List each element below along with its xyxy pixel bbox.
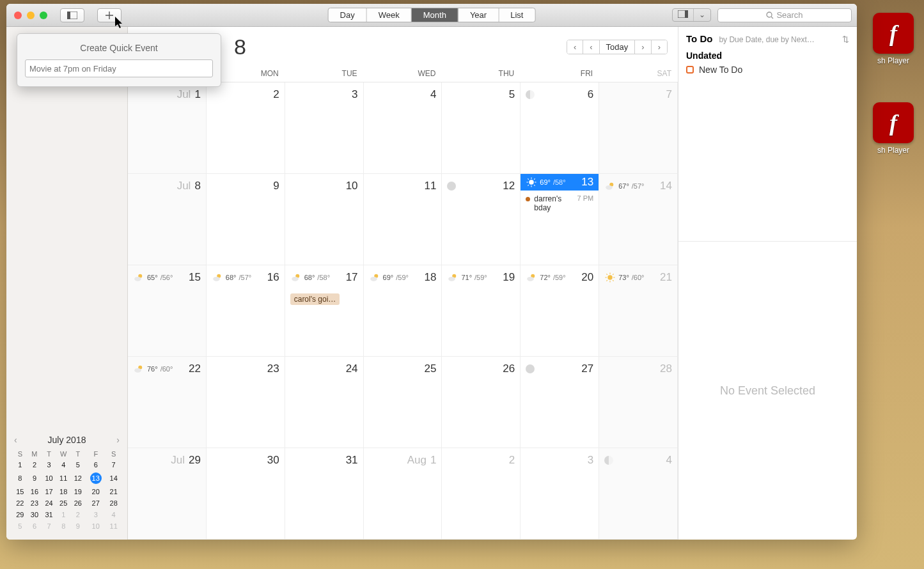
day-cell[interactable]: 3: [521, 448, 599, 540]
mini-day[interactable]: 28: [106, 497, 121, 509]
day-cell[interactable]: 73°/60°21: [599, 265, 678, 357]
sidebar-toggle-button[interactable]: [60, 8, 84, 22]
day-cell[interactable]: Jul1: [128, 82, 207, 174]
mini-day[interactable]: 8: [56, 520, 71, 532]
mini-day[interactable]: 31: [42, 509, 56, 520]
day-cell[interactable]: 4: [364, 82, 442, 174]
minimize-button[interactable]: [27, 12, 35, 19]
view-month[interactable]: Month: [412, 8, 458, 22]
day-cell[interactable]: 2: [207, 82, 285, 174]
mini-day[interactable]: 23: [27, 497, 42, 509]
mini-day[interactable]: 4: [106, 509, 121, 520]
sort-icon[interactable]: ⇅: [842, 35, 849, 44]
day-cell[interactable]: 12: [442, 174, 521, 265]
mini-day[interactable]: 4: [56, 459, 71, 471]
mini-day[interactable]: 10: [85, 520, 106, 532]
mini-day[interactable]: 2: [71, 509, 86, 520]
view-day[interactable]: Day: [329, 8, 367, 22]
day-cell[interactable]: 24: [285, 357, 364, 448]
mini-day[interactable]: 30: [27, 509, 42, 520]
todo-item[interactable]: New To Do: [686, 65, 849, 75]
day-cell[interactable]: 9: [207, 174, 285, 265]
mini-day[interactable]: 16: [27, 486, 42, 497]
mini-day[interactable]: 7: [42, 520, 56, 532]
mini-day[interactable]: 9: [71, 520, 86, 532]
day-cell[interactable]: Aug1: [364, 448, 442, 540]
mini-day[interactable]: 6: [85, 459, 106, 471]
mini-day[interactable]: 21: [106, 486, 121, 497]
mini-day[interactable]: 15: [13, 486, 27, 497]
desktop-icon-flash-1[interactable]: f sh Player: [863, 13, 924, 65]
mini-day[interactable]: 6: [27, 520, 42, 532]
todo-checkbox[interactable]: [686, 66, 694, 74]
fullscreen-button[interactable]: [40, 12, 47, 19]
mini-day[interactable]: 3: [85, 509, 106, 520]
close-button[interactable]: [14, 12, 22, 19]
nav-next-far[interactable]: ›: [652, 40, 667, 54]
mini-day[interactable]: 5: [13, 520, 27, 532]
mini-day[interactable]: 11: [106, 520, 121, 532]
day-cell[interactable]: 72°/59°20: [521, 265, 599, 357]
day-cell[interactable]: 76°/60°22: [128, 357, 207, 448]
day-cell[interactable]: 68°/58°17carol's goi…: [285, 265, 364, 357]
mini-day[interactable]: 17: [42, 486, 56, 497]
day-cell[interactable]: 28: [599, 357, 678, 448]
day-cell[interactable]: 23: [207, 357, 285, 448]
mini-day[interactable]: 2: [27, 459, 42, 471]
mini-cal-grid[interactable]: SMTWTFS 12345678910111213141516171819202…: [13, 449, 121, 532]
day-cell[interactable]: Jul8: [128, 174, 207, 265]
mini-day[interactable]: 26: [71, 497, 86, 509]
mini-day[interactable]: 11: [56, 471, 71, 486]
mini-day[interactable]: 3: [42, 459, 56, 471]
event-pill[interactable]: carol's goi…: [290, 293, 340, 305]
mini-prev[interactable]: ‹: [13, 435, 19, 445]
day-cell[interactable]: 10: [285, 174, 364, 265]
day-cell[interactable]: 27: [521, 357, 599, 448]
mini-day[interactable]: 25: [56, 497, 71, 509]
mini-day[interactable]: 12: [71, 471, 86, 486]
mini-next[interactable]: ›: [115, 435, 121, 445]
mini-day[interactable]: 29: [13, 509, 27, 520]
day-cell[interactable]: 11: [364, 174, 442, 265]
day-cell[interactable]: 2: [442, 448, 521, 540]
mini-day[interactable]: 10: [42, 471, 56, 486]
mini-day[interactable]: 1: [13, 459, 27, 471]
panel-toggle[interactable]: ⌄: [672, 8, 711, 22]
mini-day[interactable]: 20: [85, 486, 106, 497]
view-year[interactable]: Year: [458, 8, 499, 22]
mini-day[interactable]: 7: [106, 459, 121, 471]
view-list[interactable]: List: [499, 8, 535, 22]
day-cell[interactable]: 69°/58°13darren's bday7 PM: [521, 174, 599, 265]
day-cell[interactable]: 5: [442, 82, 521, 174]
mini-day[interactable]: 19: [71, 486, 86, 497]
nav-prev[interactable]: ‹: [583, 40, 599, 54]
day-cell[interactable]: 65°/56°15: [128, 265, 207, 357]
day-cell[interactable]: 31: [285, 448, 364, 540]
mini-day[interactable]: 14: [106, 471, 121, 486]
todo-sort-label[interactable]: by Due Date, due by Next…: [719, 35, 836, 44]
day-cell[interactable]: 25: [364, 357, 442, 448]
day-cell[interactable]: 69°/59°18: [364, 265, 442, 357]
day-cell[interactable]: 67°/57°14: [599, 174, 678, 265]
mini-day[interactable]: 13: [85, 471, 106, 486]
day-cell[interactable]: 7: [599, 82, 678, 174]
search-field[interactable]: Search: [717, 8, 852, 22]
day-cell[interactable]: 3: [285, 82, 364, 174]
mini-day[interactable]: 18: [56, 486, 71, 497]
mini-day[interactable]: 9: [27, 471, 42, 486]
day-cell[interactable]: 26: [442, 357, 521, 448]
nav-today[interactable]: Today: [600, 40, 636, 54]
day-cell[interactable]: 68°/57°16: [207, 265, 285, 357]
mini-day[interactable]: 1: [56, 509, 71, 520]
event[interactable]: darren's bday7 PM: [526, 194, 593, 212]
mini-day[interactable]: 22: [13, 497, 27, 509]
desktop-icon-flash-2[interactable]: f sh Player: [863, 102, 924, 155]
view-week[interactable]: Week: [367, 8, 412, 22]
mini-day[interactable]: 27: [85, 497, 106, 509]
mini-day[interactable]: 8: [13, 471, 27, 486]
mini-day[interactable]: 5: [71, 459, 86, 471]
quick-event-input[interactable]: [25, 59, 213, 77]
day-cell[interactable]: 30: [207, 448, 285, 540]
day-cell[interactable]: 4: [599, 448, 678, 540]
nav-prev-far[interactable]: ‹: [567, 40, 583, 54]
